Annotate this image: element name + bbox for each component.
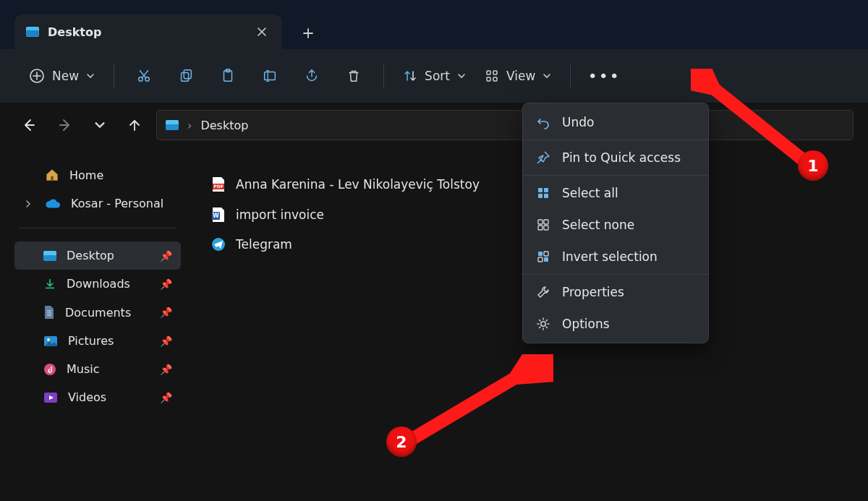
svg-rect-8 bbox=[487, 71, 490, 74]
svg-rect-33 bbox=[544, 257, 548, 262]
desktop-icon bbox=[166, 120, 179, 130]
tab-desktop[interactable]: Desktop bbox=[14, 14, 282, 49]
sidebar-item-home[interactable]: Home bbox=[14, 160, 181, 189]
toolbar-separator bbox=[570, 64, 571, 88]
svg-rect-4 bbox=[184, 70, 191, 79]
trash-icon bbox=[346, 68, 362, 84]
recent-button[interactable] bbox=[94, 119, 106, 131]
back-button[interactable] bbox=[22, 118, 36, 132]
breadcrumb-separator: › bbox=[187, 119, 192, 132]
sidebar-label: Documents bbox=[65, 306, 131, 320]
menu-item-undo[interactable]: Undo bbox=[523, 106, 708, 138]
sidebar-item-onedrive[interactable]: Kosar - Personal bbox=[14, 189, 181, 218]
svg-rect-10 bbox=[487, 77, 490, 81]
sidebar-item-documents[interactable]: Documents 📌 bbox=[14, 298, 181, 327]
svg-point-34 bbox=[541, 322, 545, 326]
menu-item-options[interactable]: Options bbox=[523, 308, 708, 340]
desktop-icon bbox=[26, 27, 39, 37]
sidebar-item-videos[interactable]: Videos 📌 bbox=[14, 383, 181, 411]
share-button[interactable] bbox=[301, 65, 323, 87]
arrow-up-icon bbox=[127, 118, 142, 132]
svg-rect-11 bbox=[493, 77, 497, 81]
toolbar: New Sort View ••• bbox=[0, 49, 868, 103]
cut-button[interactable] bbox=[133, 65, 155, 87]
paste-button[interactable] bbox=[217, 65, 239, 87]
ellipsis-icon: ••• bbox=[588, 67, 621, 85]
svg-text:PDF: PDF bbox=[213, 184, 223, 189]
svg-rect-3 bbox=[182, 72, 189, 81]
svg-rect-26 bbox=[538, 220, 542, 224]
delete-button[interactable] bbox=[343, 65, 365, 87]
menu-item-select-none[interactable]: Select none bbox=[523, 209, 708, 241]
new-tab-button[interactable] bbox=[292, 17, 324, 49]
sidebar-label: Desktop bbox=[67, 249, 114, 262]
new-button[interactable]: New bbox=[29, 68, 95, 84]
desktop-icon bbox=[43, 251, 56, 261]
arrow-right-icon bbox=[58, 118, 72, 132]
forward-button[interactable] bbox=[58, 118, 72, 132]
chevron-down-icon bbox=[86, 72, 95, 80]
word-file-icon: W bbox=[211, 207, 226, 223]
sidebar-item-desktop[interactable]: Desktop 📌 bbox=[14, 241, 181, 270]
sidebar-label: Home bbox=[69, 168, 103, 182]
new-plus-icon bbox=[29, 68, 45, 84]
up-button[interactable] bbox=[127, 118, 142, 132]
sidebar-label: Pictures bbox=[68, 334, 114, 348]
sidebar-label: Kosar - Personal bbox=[71, 197, 163, 210]
svg-rect-29 bbox=[544, 226, 548, 230]
breadcrumb-current[interactable]: Desktop bbox=[200, 119, 248, 132]
gear-icon bbox=[536, 317, 550, 331]
svg-rect-27 bbox=[544, 220, 548, 224]
menu-item-pin-quick-access[interactable]: Pin to Quick access bbox=[523, 142, 708, 174]
tab-label: Desktop bbox=[48, 25, 243, 39]
scissors-icon bbox=[136, 68, 152, 84]
main-area: Home Kosar - Personal Desktop 📌 Download… bbox=[0, 147, 868, 501]
overflow-menu-button[interactable]: ••• bbox=[590, 61, 618, 90]
sidebar-label: Downloads bbox=[67, 277, 130, 291]
undo-icon bbox=[536, 115, 550, 129]
menu-item-properties[interactable]: Properties bbox=[523, 276, 708, 308]
view-button[interactable]: View bbox=[485, 69, 551, 83]
overflow-menu: Undo Pin to Quick access Select all Sele… bbox=[522, 103, 709, 343]
view-label: View bbox=[506, 69, 535, 83]
menu-label: Pin to Quick access bbox=[562, 150, 681, 165]
rename-button[interactable] bbox=[259, 65, 281, 87]
sidebar-divider bbox=[19, 228, 176, 228]
chevron-down-icon bbox=[457, 72, 466, 80]
toolbar-separator bbox=[114, 64, 114, 88]
menu-item-invert-selection[interactable]: Invert selection bbox=[523, 241, 708, 273]
close-icon bbox=[257, 27, 267, 37]
copy-button[interactable] bbox=[175, 65, 197, 87]
sidebar-item-music[interactable]: Music 📌 bbox=[14, 355, 181, 383]
menu-label: Properties bbox=[562, 285, 624, 299]
wrench-icon bbox=[536, 285, 550, 299]
view-grid-icon bbox=[485, 69, 499, 83]
svg-rect-24 bbox=[538, 194, 542, 198]
copy-icon bbox=[178, 68, 194, 84]
pin-icon: 📌 bbox=[160, 278, 172, 290]
sidebar-item-pictures[interactable]: Pictures 📌 bbox=[14, 327, 181, 355]
sidebar-item-downloads[interactable]: Downloads 📌 bbox=[14, 270, 181, 298]
new-label: New bbox=[52, 69, 79, 83]
file-name: Anna Karenina - Lev Nikolayeviç Tolstoy bbox=[236, 177, 480, 192]
invert-selection-icon bbox=[536, 249, 550, 264]
svg-point-14 bbox=[47, 338, 50, 341]
title-bar: Desktop bbox=[0, 0, 868, 49]
pin-icon: 📌 bbox=[160, 392, 172, 403]
home-icon bbox=[45, 168, 59, 182]
pin-icon: 📌 bbox=[160, 250, 172, 262]
address-bar[interactable]: › Desktop bbox=[156, 110, 854, 140]
menu-item-select-all[interactable]: Select all bbox=[523, 177, 708, 209]
file-name: import invoice bbox=[236, 207, 324, 222]
chevron-right-icon bbox=[25, 200, 35, 207]
sidebar-label: Videos bbox=[68, 390, 106, 404]
svg-rect-25 bbox=[544, 194, 548, 198]
sort-button[interactable]: Sort bbox=[403, 69, 466, 83]
menu-label: Invert selection bbox=[562, 249, 658, 264]
sort-icon bbox=[403, 69, 417, 83]
pin-icon: 📌 bbox=[160, 307, 172, 318]
menu-separator bbox=[523, 140, 708, 140]
plus-icon bbox=[302, 27, 314, 39]
close-tab-button[interactable] bbox=[252, 22, 272, 42]
menu-label: Undo bbox=[562, 115, 594, 129]
